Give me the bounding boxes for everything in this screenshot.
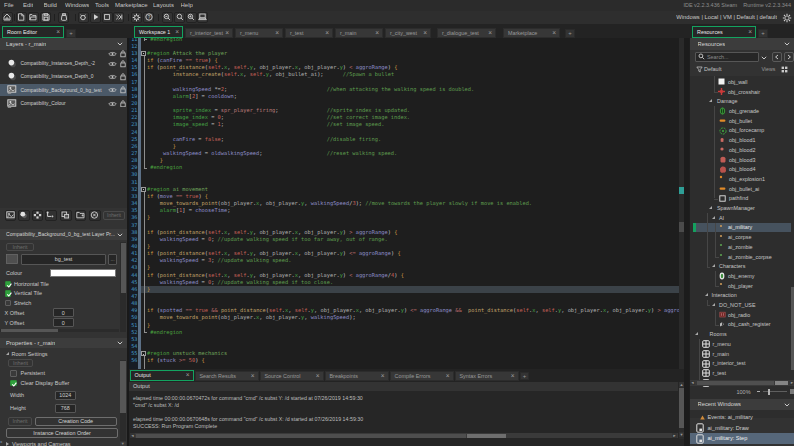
layer-row-compatibility_instances_depth_-2[interactable]: Compatibility_Instances_Depth_-2 — [0, 58, 127, 70]
recent-item-ai-military-draw[interactable]: ai_military: Draw — [690, 423, 794, 434]
expand-triangle-icon[interactable] — [709, 206, 712, 209]
search-prev-button[interactable] — [772, 52, 783, 62]
menu-marketplace[interactable]: Marketplace — [115, 0, 148, 11]
eye-icon[interactable] — [108, 74, 117, 80]
views-toggle-icon[interactable] — [781, 66, 788, 73]
creation-inherit-button[interactable]: Inherit — [8, 417, 32, 426]
output-hscrollbar-thumb2[interactable] — [467, 434, 506, 438]
layer-row-compatibility_instances_depth_0[interactable]: Compatibility_Instances_Depth_0 — [0, 71, 127, 83]
search-next-button[interactable] — [784, 52, 794, 62]
code-line-27[interactable]: walkingSpeed = oldwalkingSpeed; //reset … — [147, 150, 397, 157]
new-folder-layer-button[interactable] — [75, 210, 87, 222]
checkbox-vertical-tile[interactable] — [5, 290, 12, 297]
tree-item-r-test[interactable]: r_test — [693, 368, 791, 378]
eye-icon[interactable] — [108, 51, 117, 57]
search-options-icon[interactable] — [761, 56, 767, 60]
layer-props-hscrollbar-thumb[interactable] — [1, 329, 58, 332]
tab-r-dialogue-test[interactable]: r_dialogue_test× — [437, 28, 496, 39]
tab-r-main[interactable]: r_main× — [335, 28, 383, 39]
search-input[interactable]: Search... — [695, 52, 759, 62]
code-line-15[interactable]: if (point_distance(self.x, self.y, obj_p… — [147, 64, 397, 71]
code-line-51[interactable]: } — [147, 322, 150, 329]
new-instances-layer-button[interactable] — [18, 210, 30, 222]
menu-windows[interactable]: Windows — [65, 0, 89, 11]
fold-region-icon[interactable] — [141, 187, 146, 192]
x-offset-input[interactable]: 0 — [53, 308, 74, 317]
menu-file[interactable]: File — [4, 0, 14, 11]
lock-icon[interactable] — [120, 50, 126, 58]
tree-item-obj-bullet[interactable]: obj_bullet — [693, 116, 791, 126]
open-project-button[interactable] — [28, 12, 39, 23]
tree-hscroll-left-icon[interactable]: ◄ — [690, 381, 695, 386]
code-line-16[interactable]: instance_create(self.x, self.y, obj_bull… — [147, 71, 394, 78]
recent-item-ai-military-step[interactable]: ai_military: Step — [690, 433, 794, 444]
tree-item-obj-bullet-ai[interactable]: obj_bullet_ai — [693, 184, 791, 194]
tree-item-obj-player[interactable]: obj_player — [693, 281, 791, 291]
tab-close-icon[interactable]: × — [445, 373, 453, 379]
room-props-vscrollbar-thumb[interactable] — [120, 361, 126, 413]
clean-button[interactable] — [113, 12, 124, 23]
menu-help[interactable]: Help — [181, 0, 193, 11]
zoom-slider-handle[interactable] — [768, 389, 770, 395]
code-line-23[interactable]: image_speed = 1; //set image speed. — [147, 121, 384, 128]
output-tab-compile-errors[interactable]: Compile Errors× — [390, 371, 454, 382]
zoom-minus-icon[interactable] — [757, 391, 761, 392]
code-editor[interactable]: 1112131415161718192021222324252627282930… — [129, 38, 684, 369]
config-filter-value[interactable]: Default — [704, 66, 721, 72]
instance-creation-order-button[interactable]: Instance Creation Order — [6, 428, 118, 438]
tab-close-icon[interactable]: × — [380, 373, 388, 379]
layer-inherit-button[interactable]: Inherit — [103, 211, 125, 220]
save-all-button[interactable] — [40, 12, 51, 23]
zoom-plus-icon[interactable] — [790, 389, 794, 394]
tab-close-icon[interactable]: × — [324, 30, 332, 36]
code-line-46[interactable]: } — [147, 286, 150, 293]
output-tab-syntax-errors[interactable]: Syntax Errors× — [455, 371, 519, 382]
stop-button[interactable] — [102, 12, 113, 23]
left-splitter[interactable] — [127, 38, 129, 446]
code-line-25[interactable]: canFire = false; //disable firing. — [147, 136, 381, 143]
creation-code-button[interactable]: Creation Code — [35, 417, 117, 426]
output-tab-output[interactable]: Output× — [130, 370, 194, 382]
tab-close-icon[interactable]: × — [422, 30, 430, 36]
layers-header[interactable]: Layers - r_main — [0, 38, 127, 50]
layer-props-vscrollbar-thumb[interactable] — [121, 243, 126, 293]
tree-item-obj-wall[interactable]: obj_wall — [693, 77, 791, 87]
tree-item-rooms[interactable]: Rooms — [693, 329, 791, 339]
code-line-14[interactable]: if (canFire == true) { — [147, 57, 218, 64]
code-line-49[interactable]: if (spotted == true && point_distance(se… — [147, 307, 684, 314]
tree-item-r-main[interactable]: r_main — [693, 349, 791, 359]
zoom-out-button[interactable] — [162, 12, 173, 23]
menu-build[interactable]: Build — [44, 0, 57, 11]
tab-close-icon[interactable]: × — [224, 30, 232, 36]
output-hscrollbar-thumb[interactable] — [136, 434, 466, 438]
game-options-button[interactable] — [131, 12, 142, 23]
tab-r-interior-test[interactable]: r_interior_test× — [185, 28, 233, 39]
tree-item-pathfind[interactable]: pathfind — [693, 194, 791, 204]
sprite-name-field[interactable]: bg_test — [21, 254, 106, 265]
tab-r-test[interactable]: r_test× — [285, 28, 333, 39]
code-line-40[interactable]: } — [147, 243, 150, 250]
tab-close-icon[interactable]: × — [174, 29, 182, 35]
code-line-55[interactable]: #region unstuck mechanics — [147, 350, 227, 357]
code-line-42[interactable]: walkingSpeed = 3; //update walking speed… — [147, 257, 291, 264]
layer-row-compatibility_background_0_bg_test[interactable]: Compatibility_Background_0_bg_test — [0, 84, 127, 96]
sprite-menu-button[interactable]: ... — [108, 254, 117, 265]
middle-dock-add-tab-button[interactable]: + — [565, 29, 575, 38]
tab-marketplace[interactable]: Marketplace× — [503, 28, 560, 39]
eye-icon[interactable] — [108, 101, 117, 107]
tree-item-obj-explosion1[interactable]: obj_explosion1 — [693, 174, 791, 184]
tab-room-editor[interactable]: Room Editor× — [2, 26, 64, 39]
vscroll-down-arrow-icon[interactable]: ▼ — [120, 442, 127, 446]
checkbox-persistent[interactable] — [10, 370, 17, 377]
eye-icon[interactable] — [108, 87, 117, 93]
code-line-33[interactable]: if (move == true) { — [147, 193, 208, 200]
code-line-13[interactable]: #region Attack the player — [147, 50, 227, 57]
tree-item-r-interior-test[interactable]: r_interior_test — [693, 358, 791, 368]
code-line-56[interactable]: if (stuck >= 50) { — [147, 357, 205, 364]
tree-item-obj-blood3[interactable]: obj_blood3 — [693, 155, 791, 165]
code-line-26[interactable]: } — [147, 143, 176, 150]
resources-header[interactable]: Resources — [690, 38, 794, 50]
code-line-32[interactable]: #region ai movement — [147, 186, 208, 193]
zoom-in-button[interactable] — [186, 12, 197, 23]
tree-item-obj-cash-register[interactable]: obj_cash_register — [693, 320, 791, 330]
